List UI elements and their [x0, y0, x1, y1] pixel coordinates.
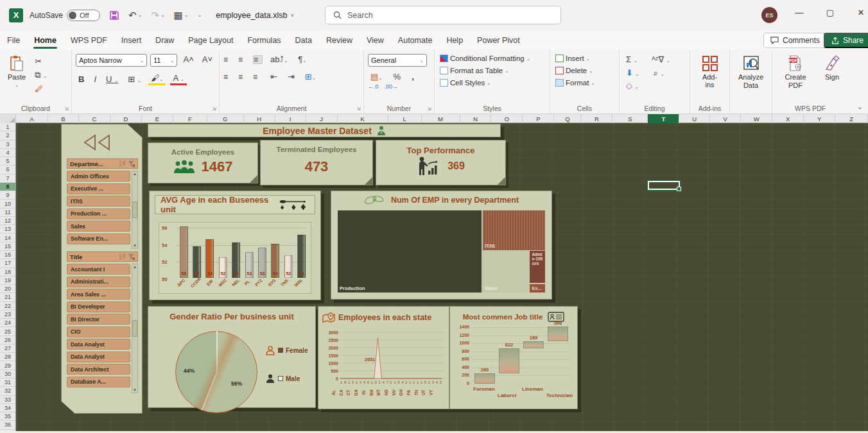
column-header-V[interactable]: V — [710, 114, 741, 123]
column-header-C[interactable]: C — [79, 114, 110, 123]
row-header-35[interactable]: 35 — [0, 412, 15, 421]
slicer-item[interactable]: Admin Offices — [67, 171, 130, 182]
scrollbar-thumb[interactable] — [132, 201, 137, 218]
slicer-item[interactable]: BI Developer — [67, 301, 130, 312]
scroll-up-icon[interactable]: ▲ — [133, 171, 137, 176]
tab-view[interactable]: View — [360, 32, 391, 49]
bar-BPC[interactable]: 55 — [180, 226, 188, 278]
analyze-data-button[interactable]: Analyze Data — [734, 54, 768, 90]
row-header-23[interactable]: 23 — [0, 310, 15, 319]
tab-power-pivot[interactable]: Power Pivot — [470, 32, 527, 49]
row-header-25[interactable]: 25 — [0, 327, 15, 335]
slicer-item[interactable]: Executive ... — [67, 183, 130, 194]
fill-button[interactable]: ⬇ ⌄ — [623, 67, 642, 79]
clear-filter-icon[interactable] — [128, 160, 135, 167]
slicer-item[interactable]: Data Architect — [67, 364, 130, 375]
sort-filter-button[interactable]: ᴬᶻ∇ ⌄ — [649, 54, 673, 65]
close-button[interactable]: ✕ — [846, 0, 868, 24]
treemap-node-sales[interactable]: Sales — [483, 251, 529, 293]
tab-page-layout[interactable]: Page Layout — [181, 32, 240, 49]
format-as-table-button[interactable]: Format as Table⌄ — [438, 66, 546, 75]
selected-cell[interactable] — [648, 181, 680, 190]
waterfall-bar-foreman[interactable] — [474, 373, 495, 384]
sheet-grid[interactable]: Departme... Admin OfficesExecutive ...IT… — [16, 123, 868, 433]
quick-access-customize-button[interactable]: ⌄ — [198, 12, 202, 18]
format-painter-button[interactable]: 🖉 — [32, 83, 49, 94]
underline-button[interactable]: U ⌄ — [103, 74, 121, 85]
row-header-11[interactable]: 11 — [0, 208, 15, 217]
slicer-item[interactable]: Data Analyst — [67, 352, 130, 362]
font-size-select[interactable]: 11⌄ — [150, 54, 177, 67]
row-header-36[interactable]: 36 — [0, 421, 15, 429]
slicer-item[interactable]: Sales — [67, 221, 130, 232]
column-header-L[interactable]: L — [388, 114, 422, 123]
tab-formulas[interactable]: Formulas — [240, 32, 288, 49]
merge-center-button[interactable]: ⊞⌄ — [302, 71, 318, 82]
search-input[interactable]: Search — [325, 6, 561, 24]
department-slicer-scrollbar[interactable]: ▲ ▼ — [132, 171, 138, 249]
share-button[interactable]: Share ⌄ — [824, 33, 868, 48]
clear-filter-icon[interactable] — [128, 253, 135, 260]
bar-NEL[interactable]: 54 — [232, 242, 240, 278]
tab-wps-pdf[interactable]: WPS PDF — [64, 32, 114, 49]
column-header-Q[interactable]: Q — [554, 114, 581, 123]
column-header-R[interactable]: R — [581, 114, 612, 123]
find-select-button[interactable]: ⌕ ⌄ — [651, 67, 667, 79]
fill-color-button[interactable]: 🖌⌄ — [148, 72, 166, 85]
row-header-30[interactable]: 30 — [0, 370, 15, 378]
column-header-Z[interactable]: Z — [835, 114, 868, 123]
row-header-8[interactable]: 8 — [0, 183, 15, 191]
align-right-button[interactable]: ≡ — [253, 73, 263, 81]
column-headers[interactable]: ABCDEFGHIJKLMNOPQRSTUVWXYZ — [0, 114, 868, 123]
conditional-formatting-button[interactable]: Conditional Formatting⌄ — [438, 54, 546, 63]
borders-button[interactable]: ⊞ ⌄ — [125, 74, 144, 85]
italic-button[interactable]: I — [91, 74, 99, 85]
row-header-21[interactable]: 21 — [0, 293, 15, 301]
row-header-10[interactable]: 10 — [0, 200, 15, 208]
workbook-title[interactable]: employee_data.xlsb ∨ — [216, 11, 294, 20]
tab-help[interactable]: Help — [439, 32, 470, 49]
row-header-27[interactable]: 27 — [0, 344, 15, 353]
department-slicer-header[interactable]: Departme... — [67, 158, 138, 169]
row-header-24[interactable]: 24 — [0, 319, 15, 327]
row-header-5[interactable]: 5 — [0, 157, 15, 166]
increase-font-button[interactable]: A˄ — [180, 54, 196, 67]
slicer-item[interactable]: Administrati... — [67, 276, 130, 287]
slicer-item[interactable]: Accountant I — [67, 264, 130, 275]
treemap-node-ex-[interactable]: Ex... — [530, 284, 545, 293]
row-header-22[interactable]: 22 — [0, 302, 15, 310]
legend-female[interactable]: Female — [265, 345, 308, 355]
wrap-text-button[interactable]: ¶⌄ — [295, 54, 309, 65]
row-header-29[interactable]: 29 — [0, 361, 15, 369]
slicer-item[interactable]: Data Analyst — [67, 339, 130, 350]
bar-SVG[interactable]: 54 — [271, 244, 279, 278]
font-dialog-launcher[interactable]: ⇲ — [212, 106, 216, 112]
row-header-17[interactable]: 17 — [0, 259, 15, 267]
row-header-6[interactable]: 6 — [0, 166, 15, 174]
slicer-item[interactable]: Database A... — [67, 377, 130, 387]
align-top-button[interactable]: ≡ — [223, 56, 233, 64]
delete-cells-button[interactable]: Delete⌄ — [554, 66, 615, 75]
multiselect-icon[interactable] — [119, 160, 126, 167]
column-header-T[interactable]: T — [648, 114, 679, 123]
create-pdf-button[interactable]: PDF Create PDF — [776, 54, 815, 90]
column-header-X[interactable]: X — [772, 114, 804, 123]
column-header-M[interactable]: M — [422, 114, 460, 123]
gender-ratio-panel[interactable]: Gender Ratio Per business unit 44% 56% F… — [148, 306, 316, 408]
row-header-14[interactable]: 14 — [0, 233, 15, 242]
title-slicer-scrollbar[interactable]: ▲ ▼ — [132, 264, 138, 393]
tab-home[interactable]: Home — [27, 32, 64, 49]
column-header-N[interactable]: N — [460, 114, 492, 123]
row-header-28[interactable]: 28 — [0, 353, 15, 361]
scroll-up-icon[interactable]: ▲ — [133, 264, 137, 269]
decrease-font-button[interactable]: A˅ — [200, 54, 215, 67]
state-chart-panel[interactable]: Employees in each state 3000250020001500… — [318, 306, 449, 409]
number-dialog-launcher[interactable]: ⇲ — [427, 106, 431, 112]
waterfall-bar-lineman[interactable] — [523, 341, 544, 348]
accounting-format-button[interactable]: ▤⌄ — [368, 71, 385, 82]
paste-button[interactable]: Paste ⌄ — [4, 54, 30, 94]
align-left-button[interactable]: ≡ — [223, 73, 233, 81]
slicer-item[interactable]: Software En... — [67, 233, 130, 244]
align-middle-button[interactable]: ≡ — [238, 56, 248, 64]
bar-TNS[interactable]: 52 — [284, 255, 293, 278]
